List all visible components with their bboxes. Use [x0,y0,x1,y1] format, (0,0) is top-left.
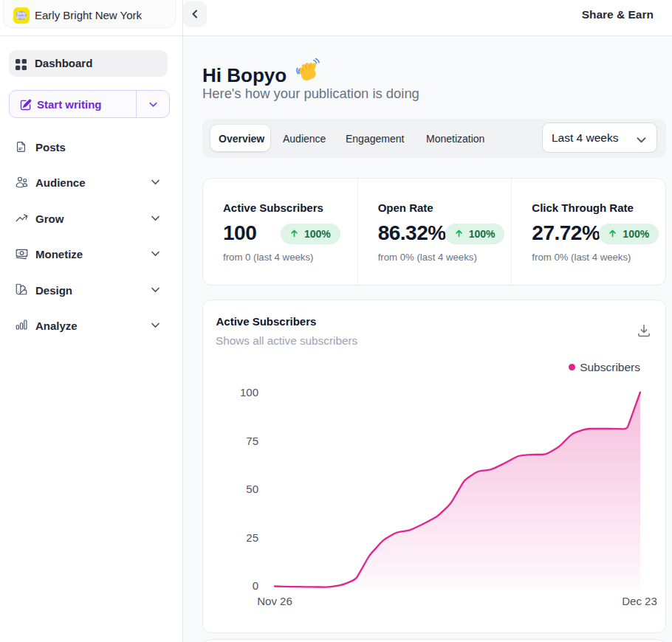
svg-text:Bright: Bright [16,15,27,19]
svg-text:25: 25 [246,531,258,544]
svg-text:75: 75 [246,435,258,447]
svg-text:0: 0 [253,579,258,592]
svg-text:50: 50 [246,483,258,495]
svg-text:100: 100 [240,386,258,398]
svg-text:Nov 26: Nov 26 [257,595,292,607]
svg-text:Dec 23: Dec 23 [622,595,657,607]
